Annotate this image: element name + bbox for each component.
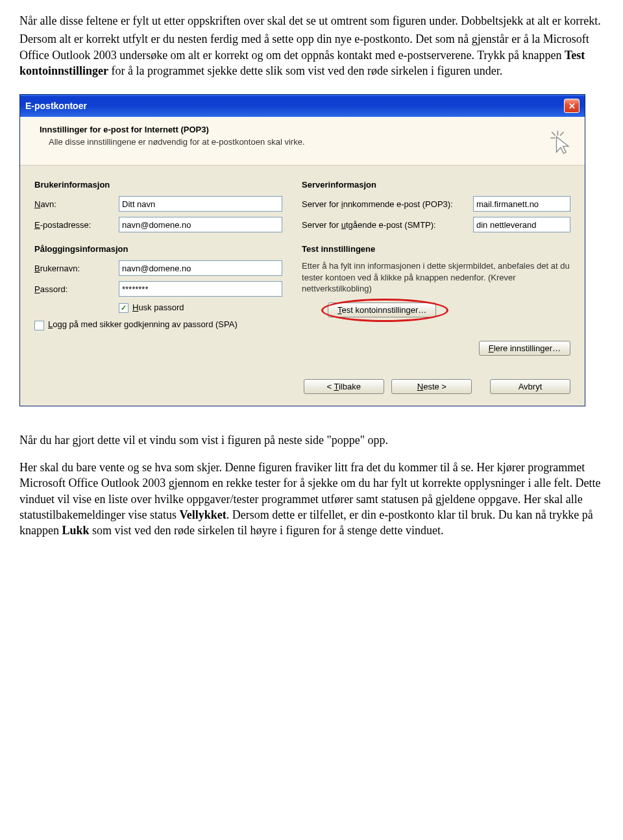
- test-settings-heading: Test innstillingene: [302, 244, 570, 254]
- pop3-input[interactable]: [473, 196, 570, 212]
- remember-password-label: Husk passord: [132, 303, 184, 312]
- more-settings-button[interactable]: Flere innstillinger…: [479, 341, 570, 356]
- cancel-button[interactable]: Avbryt: [490, 379, 570, 394]
- user-info-heading: Brukerinformasjon: [34, 180, 282, 190]
- intro-paragraph-1: Når alle disse feltene er fylt ut etter …: [19, 13, 604, 29]
- name-input[interactable]: [119, 196, 282, 212]
- dialog-body: Brukerinformasjon Navn: E-postadresse: P…: [20, 166, 585, 367]
- spa-label: Logg på med sikker godkjenning av passor…: [48, 319, 238, 329]
- email-accounts-dialog: E-postkontoer ✕ Innstillinger for e-post…: [19, 94, 585, 406]
- followup-paragraph-2: Her skal du bare vente og se hva som skj…: [19, 460, 604, 538]
- email-input[interactable]: [119, 217, 282, 232]
- close-icon: ✕: [568, 101, 576, 111]
- back-button[interactable]: < Tilbake: [304, 379, 384, 394]
- pop3-label: Server for innkommende e-post (POP3):: [302, 199, 473, 209]
- close-button[interactable]: ✕: [564, 99, 580, 113]
- password-label: Passord:: [34, 284, 119, 294]
- p2-part-a: Dersom alt er korrekt utfylt er du neste…: [19, 32, 589, 61]
- test-description: Etter å ha fylt inn informasjonen i dett…: [302, 260, 570, 295]
- dialog-title: E-postkontoer: [25, 101, 87, 111]
- remember-password-checkbox[interactable]: ✓: [119, 303, 128, 313]
- p4-status-word: Vellykket: [179, 508, 226, 521]
- header-subtitle: Alle disse innstillingene er nødvendig f…: [31, 137, 305, 147]
- username-input[interactable]: [119, 260, 282, 276]
- dialog-header: Innstillinger for e-post for Internett (…: [20, 117, 585, 166]
- next-button[interactable]: Neste >: [391, 379, 472, 394]
- dialog-titlebar[interactable]: E-postkontoer ✕: [20, 95, 585, 117]
- smtp-input[interactable]: [473, 217, 570, 232]
- p4-e: som vist ved den røde sirkelen til høyre…: [90, 524, 444, 537]
- test-account-settings-button[interactable]: Test kontoinnstillinger…: [328, 303, 436, 317]
- username-label: Brukernavn:: [34, 264, 119, 273]
- email-label: E-postadresse:: [34, 220, 119, 230]
- login-info-heading: Påloggingsinformasjon: [34, 244, 282, 254]
- p2-part-c: for å la programmet sjekke dette slik so…: [108, 64, 502, 77]
- cursor-click-icon: [546, 127, 574, 156]
- p4-close-word: Lukk: [62, 524, 89, 537]
- followup-paragraph-1: Når du har gjort dette vil et vindu som …: [19, 432, 604, 448]
- dialog-nav-buttons: < Tilbake Neste > Avbryt: [20, 367, 585, 406]
- password-input[interactable]: [119, 281, 282, 297]
- spa-checkbox[interactable]: [34, 321, 44, 330]
- header-title: Innstillinger for e-post for Internett (…: [31, 125, 305, 134]
- name-label: Navn:: [34, 199, 119, 209]
- smtp-label: Server for utgående e-post (SMTP):: [302, 220, 473, 230]
- intro-paragraph-2: Dersom alt er korrekt utfylt er du neste…: [19, 31, 604, 79]
- server-info-heading: Serverinformasjon: [302, 180, 570, 190]
